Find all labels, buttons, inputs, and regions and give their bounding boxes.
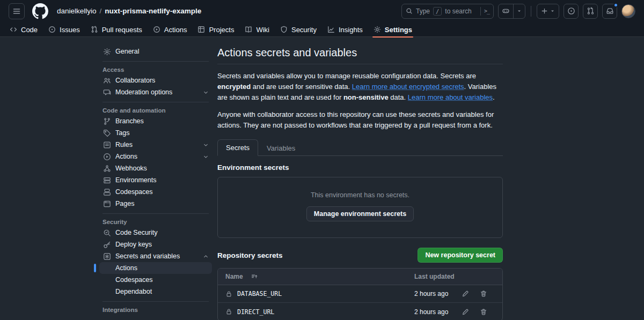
secret-name: DIRECT_URL — [237, 308, 274, 316]
git-branch-icon — [103, 117, 111, 125]
search-input[interactable]: Type / to search >_ — [401, 4, 494, 19]
intro-bold-encrypted: encrypted — [217, 83, 251, 91]
sidebar-item-moderation-options[interactable]: Moderation options — [99, 86, 212, 98]
rules-icon — [103, 141, 111, 149]
new-repository-secret-button[interactable]: New repository secret — [418, 248, 503, 263]
tab-settings[interactable]: Settings — [369, 22, 416, 37]
edit-secret-button[interactable] — [459, 288, 471, 300]
tab-issues[interactable]: Issues — [44, 22, 84, 37]
intro-bold-non-sensitive: non-sensitive — [343, 93, 389, 101]
nav-tab-label: Insights — [339, 26, 363, 34]
tab-wiki[interactable]: Wiki — [240, 22, 274, 37]
settings-sidebar: General Access Collaborators Moderation … — [94, 46, 212, 320]
graph-icon — [327, 26, 335, 33]
sidebar-item-tags[interactable]: Tags — [99, 127, 212, 139]
github-logo-icon[interactable] — [32, 3, 48, 19]
global-header: danielkellyio / nuxt-prisma-netlify-exam… — [0, 0, 644, 37]
nav-tab-label: Actions — [164, 26, 187, 34]
lock-icon — [225, 308, 232, 315]
tab-insights[interactable]: Insights — [323, 22, 367, 37]
link-variables[interactable]: Learn more about variables — [408, 93, 493, 101]
command-palette-icon[interactable]: >_ — [480, 7, 489, 16]
sidebar-item-secrets-and-variables[interactable]: Secrets and variables — [99, 250, 212, 262]
sidebar-divider — [103, 213, 209, 214]
copilot-dropdown-caret[interactable] — [513, 4, 525, 18]
environment-secrets-heading: Environment secrets — [217, 163, 503, 172]
breadcrumb-owner[interactable]: danielkellyio — [57, 7, 97, 15]
intro-text: . — [493, 93, 495, 101]
issues-dashboard-button[interactable] — [564, 4, 579, 19]
sidebar-item-label: Environments — [115, 176, 156, 184]
nav-tab-label: Projects — [209, 26, 234, 34]
inbox-button[interactable] — [602, 4, 617, 19]
chevron-down-icon — [203, 90, 209, 95]
sidebar-item-label: General — [115, 48, 139, 55]
key-icon — [103, 241, 111, 249]
sort-ascending-icon[interactable] — [251, 273, 258, 280]
sidebar-item-deploy-keys[interactable]: Deploy keys — [99, 239, 212, 250]
trash-icon — [480, 290, 487, 297]
tab-projects[interactable]: Projects — [193, 22, 238, 37]
sidebar-item-code-security[interactable]: Code Security — [99, 227, 212, 239]
shield-icon — [280, 26, 288, 33]
tab-pull-requests[interactable]: Pull requests — [86, 22, 147, 37]
search-icon — [406, 8, 413, 14]
sidebar-section-security: Security — [99, 217, 212, 227]
intro-text: data. — [389, 93, 408, 101]
comment-discussion-icon — [103, 88, 111, 96]
sidebar-item-secrets-actions[interactable]: Actions — [99, 262, 212, 274]
create-new-button[interactable] — [537, 4, 559, 19]
nav-tab-label: Issues — [60, 26, 80, 34]
pencil-icon — [462, 290, 469, 297]
breadcrumb-separator: / — [100, 7, 102, 15]
sidebar-item-label: Tags — [115, 129, 129, 137]
tab-secrets[interactable]: Secrets — [217, 139, 258, 156]
link-encrypted-secrets[interactable]: Learn more about encrypted secrets — [352, 83, 464, 91]
nav-tab-label: Code — [21, 26, 38, 34]
edit-secret-button[interactable] — [459, 306, 471, 318]
global-nav-menu-button[interactable] — [9, 3, 25, 19]
people-icon — [103, 77, 111, 85]
pull-requests-dashboard-button[interactable] — [583, 4, 598, 19]
sidebar-item-codespaces[interactable]: Codespaces — [99, 186, 212, 198]
copilot-icon — [499, 4, 513, 18]
hamburger-icon — [12, 7, 21, 16]
sidebar-item-branches[interactable]: Branches — [99, 115, 212, 127]
sidebar-section-access: Access — [99, 64, 212, 75]
sidebar-item-label: Codespaces — [115, 188, 153, 196]
sidebar-item-secrets-codespaces[interactable]: Codespaces — [99, 274, 212, 286]
sidebar-item-label: Actions — [115, 153, 137, 160]
book-icon — [245, 26, 252, 33]
sidebar-item-rules[interactable]: Rules — [99, 139, 212, 151]
sidebar-item-actions[interactable]: Actions — [99, 151, 212, 162]
webhook-icon — [103, 165, 111, 173]
sidebar-item-environments[interactable]: Environments — [99, 174, 212, 186]
tab-code[interactable]: Code — [5, 22, 42, 37]
sidebar-item-webhooks[interactable]: Webhooks — [99, 162, 212, 174]
sidebar-item-collaborators[interactable]: Collaborators — [99, 75, 212, 86]
tab-actions[interactable]: Actions — [149, 22, 192, 37]
chevron-up-icon — [203, 254, 209, 259]
name-column-header[interactable]: Name — [225, 273, 243, 280]
breadcrumb: danielkellyio / nuxt-prisma-netlify-exam… — [57, 7, 201, 15]
sidebar-item-general[interactable]: General — [99, 46, 212, 57]
intro-paragraph: Secrets and variables allow you to manag… — [217, 71, 503, 103]
copilot-button[interactable] — [498, 4, 525, 19]
secret-name: DATABASE_URL — [237, 290, 282, 297]
sidebar-divider — [103, 61, 209, 62]
avatar[interactable] — [621, 4, 635, 18]
tab-security[interactable]: Security — [276, 22, 321, 37]
manage-environment-secrets-button[interactable]: Manage environment secrets — [306, 206, 414, 221]
sidebar-item-label: Deploy keys — [115, 241, 152, 248]
tag-icon — [103, 129, 111, 137]
secrets-variables-tabbar: Secrets Variables — [217, 139, 503, 156]
breadcrumb-repo[interactable]: nuxt-prisma-netlify-example — [105, 7, 201, 15]
sidebar-divider — [103, 102, 209, 102]
tab-variables[interactable]: Variables — [258, 140, 304, 156]
delete-secret-button[interactable] — [478, 306, 489, 318]
delete-secret-button[interactable] — [478, 288, 489, 300]
sidebar-item-pages[interactable]: Pages — [99, 198, 212, 210]
sidebar-item-label: Code Security — [115, 229, 158, 236]
sidebar-item-secrets-dependabot[interactable]: Dependabot — [99, 286, 212, 297]
table-row: DATABASE_URL 2 hours ago — [218, 285, 502, 303]
